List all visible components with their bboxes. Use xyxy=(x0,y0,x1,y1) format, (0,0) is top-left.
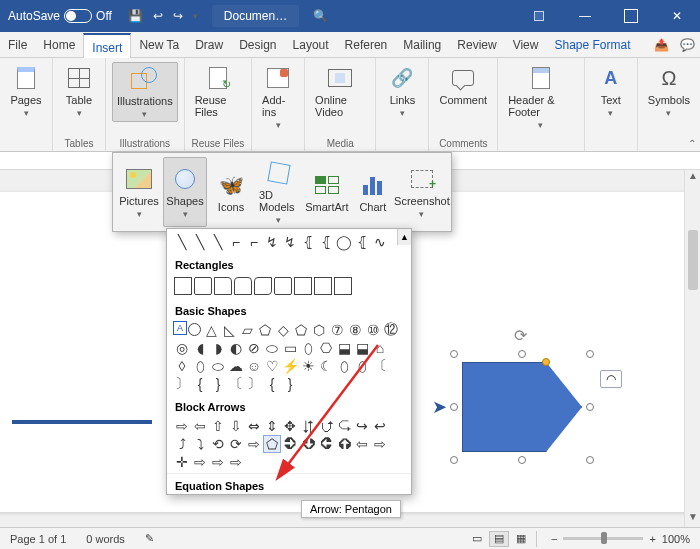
shape-item[interactable]: ↪ xyxy=(353,417,371,435)
resize-handle[interactable] xyxy=(586,456,594,464)
close-button[interactable]: ✕ xyxy=(654,0,700,32)
tab-new[interactable]: New Ta xyxy=(131,32,187,57)
symbols-button[interactable]: Ω Symbols ▾ xyxy=(644,62,694,120)
resize-handle[interactable] xyxy=(450,456,458,464)
shape-item[interactable]: 〕 xyxy=(245,375,263,393)
shape-item[interactable] xyxy=(234,277,252,295)
shape-item[interactable]: ⬠ xyxy=(256,321,274,339)
shape-item[interactable]: ⮍ xyxy=(317,417,335,435)
text-button[interactable]: A Text ▾ xyxy=(591,62,631,120)
shape-item[interactable]: ⬯ xyxy=(191,357,209,375)
shape-item[interactable]: ⇨ xyxy=(191,453,209,471)
shape-item[interactable] xyxy=(294,277,312,295)
qat-dropdown-icon[interactable]: ▾ xyxy=(193,11,198,21)
shape-item[interactable]: ☁ xyxy=(227,357,245,375)
selected-shape-pentagon-arrow[interactable]: ⟳ xyxy=(454,354,590,460)
shape-item[interactable]: ⮃ xyxy=(299,417,317,435)
shape-item[interactable]: ⇨ xyxy=(227,453,245,471)
illustrations-button[interactable]: Illustrations ▾ xyxy=(112,62,178,122)
links-button[interactable]: 🔗 Links ▾ xyxy=(382,62,422,120)
status-page[interactable]: Page 1 of 1 xyxy=(0,533,76,545)
pictures-button[interactable]: Pictures ▾ xyxy=(117,157,161,227)
tab-view[interactable]: View xyxy=(505,32,547,57)
shape-item[interactable]: ⬠ xyxy=(292,321,310,339)
resize-handle[interactable] xyxy=(450,403,458,411)
comment-button[interactable]: Comment xyxy=(435,62,491,108)
shape-arrow-pentagon[interactable]: ⬠ xyxy=(263,435,281,453)
shape-item[interactable]: ↩ xyxy=(371,417,389,435)
tab-file[interactable]: File xyxy=(0,32,35,57)
shape-item[interactable]: ▭ xyxy=(281,339,299,357)
shape-item[interactable]: ↯ xyxy=(263,233,281,251)
shape-item[interactable]: ✥ xyxy=(281,417,299,435)
shape-item[interactable]: ⮉ xyxy=(335,435,353,453)
ribbon-display-options-icon[interactable] xyxy=(516,0,562,32)
shapes-button[interactable]: Shapes ▾ xyxy=(163,157,207,227)
shape-item[interactable]: { xyxy=(263,375,281,393)
shape-item[interactable]: ✛ xyxy=(173,453,191,471)
shape-item[interactable]: ⌐ xyxy=(245,233,263,251)
shape-item[interactable]: ⇔ xyxy=(245,417,263,435)
view-print-layout-button[interactable]: ▤ xyxy=(489,531,509,547)
save-icon[interactable]: 💾 xyxy=(128,9,143,23)
shape-item[interactable]: } xyxy=(281,375,299,393)
shape-item[interactable]: ◗ xyxy=(209,339,227,357)
shape-item[interactable]: ⬭ xyxy=(263,339,281,357)
header-footer-button[interactable]: Header & Footer ▾ xyxy=(504,62,578,132)
shape-item[interactable]: ⌐ xyxy=(227,233,245,251)
collapse-ribbon-icon[interactable]: ⌃ xyxy=(688,138,696,149)
shape-item[interactable]: ⮎ xyxy=(335,417,353,435)
shape-item[interactable] xyxy=(334,277,352,295)
scroll-up-icon[interactable]: ▲ xyxy=(685,170,700,186)
shape-item[interactable]: ◎ xyxy=(173,339,191,357)
shape-item[interactable]: ◐ xyxy=(227,339,245,357)
shape-item[interactable]: ⬯ xyxy=(353,357,371,375)
status-words[interactable]: 0 words xyxy=(76,533,135,545)
shape-item[interactable]: ⬓ xyxy=(353,339,371,357)
shape-item[interactable]: ⮊ xyxy=(281,435,299,453)
shape-item[interactable]: ⇧ xyxy=(209,417,227,435)
redo-icon[interactable]: ↪ xyxy=(173,9,183,23)
layout-options-button[interactable]: ◠ xyxy=(600,370,622,388)
3d-models-button[interactable]: 3D Models ▾ xyxy=(255,157,303,227)
shape-item[interactable] xyxy=(174,277,192,295)
shape-item[interactable] xyxy=(254,277,272,295)
reuse-files-button[interactable]: Reuse Files xyxy=(191,62,245,120)
vertical-scrollbar[interactable]: ▲ ▼ xyxy=(684,170,700,527)
resize-handle[interactable] xyxy=(518,456,526,464)
shape-item[interactable]: ⮋ xyxy=(299,435,317,453)
scroll-down-icon[interactable]: ▼ xyxy=(685,511,700,527)
zoom-out-button[interactable]: − xyxy=(551,533,557,545)
shape-item[interactable]: △ xyxy=(202,321,220,339)
tab-review[interactable]: Review xyxy=(449,32,504,57)
view-focus-button[interactable]: ▭ xyxy=(467,531,487,547)
shape-item[interactable]: ⦃ xyxy=(317,233,335,251)
zoom-in-button[interactable]: + xyxy=(649,533,655,545)
status-proofing-icon[interactable]: ✎ xyxy=(135,532,164,545)
undo-icon[interactable]: ↩ xyxy=(153,9,163,23)
shape-item[interactable]: ◯ xyxy=(335,233,353,251)
shape-item[interactable]: ⬭ xyxy=(209,357,227,375)
shape-item[interactable]: ⇨ xyxy=(371,435,389,453)
addins-button[interactable]: Add-ins ▾ xyxy=(258,62,298,132)
shape-item[interactable] xyxy=(214,277,232,295)
shape-item[interactable]: ⮈ xyxy=(317,435,335,453)
shape-item[interactable]: ⑩ xyxy=(364,321,382,339)
shape-item[interactable]: ⤵ xyxy=(191,435,209,453)
resize-handle[interactable] xyxy=(586,350,594,358)
zoom-slider[interactable] xyxy=(563,537,643,540)
document-title[interactable]: Documen… xyxy=(212,5,299,27)
shape-item[interactable]: } xyxy=(209,375,227,393)
shape-item[interactable]: ╲ xyxy=(209,233,227,251)
shape-item[interactable]: ↯ xyxy=(281,233,299,251)
shape-item[interactable]: ◊ xyxy=(173,357,191,375)
shape-item[interactable]: ☀ xyxy=(299,357,317,375)
shape-item[interactable]: ⟲ xyxy=(209,435,227,453)
share-button[interactable]: 📤 xyxy=(648,32,674,57)
shape-item[interactable]: ∿ xyxy=(371,233,389,251)
shape-item[interactable]: 〔 xyxy=(227,375,245,393)
shape-item[interactable]: ⬓ xyxy=(335,339,353,357)
resize-handle[interactable] xyxy=(586,403,594,411)
shape-item[interactable]: 〔 xyxy=(371,357,389,375)
scrollbar-thumb[interactable] xyxy=(688,230,698,290)
